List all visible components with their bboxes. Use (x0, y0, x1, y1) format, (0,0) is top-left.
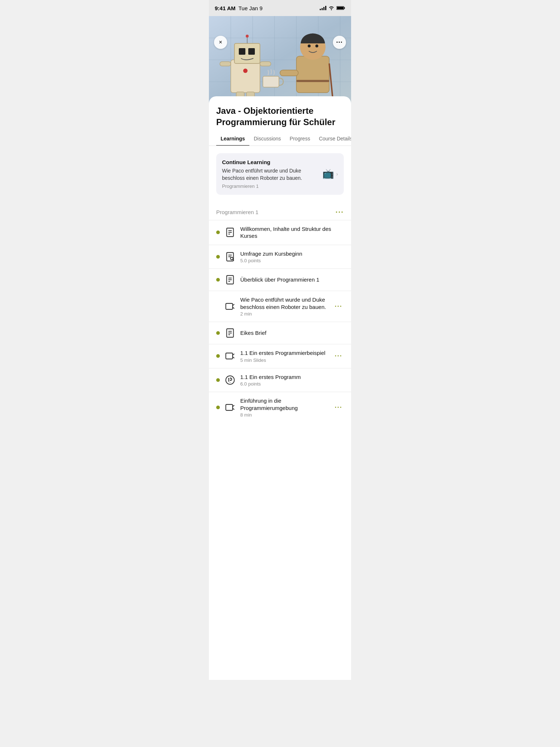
continue-learning-card[interactable]: Continue Learning Wie Paco entführt wurd… (216, 153, 344, 194)
svg-rect-2 (337, 7, 343, 9)
lesson-content: Umfrage zum Kursbeginn5.0 points (240, 250, 344, 264)
svg-rect-46 (226, 303, 233, 309)
continue-card-section: Programmieren 1 (222, 183, 318, 189)
lesson-item[interactable]: Überblick über Programmieren 1 (209, 268, 351, 291)
svg-rect-31 (296, 80, 329, 82)
continue-card-lesson: Wie Paco entführt wurde und Duke beschlo… (222, 167, 318, 182)
svg-rect-56 (226, 405, 233, 410)
lesson-status-dot (216, 278, 220, 282)
lesson-item[interactable]: 1.1 Ein erstes Programmierbeispiel5 min … (209, 344, 351, 368)
lesson-name: Eikes Brief (240, 329, 344, 337)
svg-point-40 (230, 257, 233, 260)
hero-illustration (209, 16, 351, 104)
lesson-name: Einführung in die Programmierumgebung (240, 397, 329, 411)
hero-image: × ··· (209, 16, 351, 104)
tab-progress[interactable]: Progress (285, 132, 315, 146)
video-icon: 📺 (322, 168, 334, 179)
lesson-name: 1.1 Ein erstes Programm (240, 374, 344, 381)
lesson-video-icon (224, 402, 236, 413)
continue-card-content: Continue Learning Wie Paco entführt wurd… (222, 159, 318, 189)
lesson-status-dot (216, 305, 220, 308)
svg-point-23 (243, 69, 248, 73)
lesson-name: 1.1 Ein erstes Programmierbeispiel (240, 349, 329, 357)
tab-course-details[interactable]: Course Details (315, 132, 351, 146)
lesson-content: Wie Paco entführt wurde und Duke beschlo… (240, 296, 329, 317)
lesson-item[interactable]: Umfrage zum Kursbeginn5.0 points (209, 245, 351, 269)
svg-rect-19 (220, 62, 231, 66)
svg-rect-20 (260, 62, 271, 66)
lesson-document-icon (224, 274, 236, 286)
lesson-item[interactable]: Eikes Brief (209, 322, 351, 344)
signal-bar-1 (320, 9, 321, 10)
signal-bars (320, 6, 326, 10)
lesson-status-dot (216, 231, 220, 234)
tab-learnings[interactable]: Learnings (216, 132, 249, 146)
lesson-name: Wie Paco entführt wurde und Duke beschlo… (240, 296, 329, 310)
lesson-meta: 2 min (240, 311, 329, 317)
lesson-video-icon (224, 301, 236, 312)
status-time: 9:41 AM (215, 5, 236, 11)
course-title: Java - Objektorientierte Programmierung … (209, 96, 351, 132)
lesson-content: Überblick über Programmieren 1 (240, 276, 344, 283)
battery-icon (337, 6, 345, 10)
close-button[interactable]: × (214, 36, 227, 49)
lesson-meta: 6.0 points (240, 381, 344, 387)
tabs-container: LearningsDiscussionsProgressCourse Detai… (209, 132, 351, 146)
lesson-meta: 8 min (240, 412, 329, 418)
lesson-quiz-icon (224, 374, 236, 386)
lesson-document-icon (224, 327, 236, 339)
svg-rect-15 (239, 48, 245, 55)
lessons-list: Willkommen, Inhalte und Struktur des Kur… (209, 220, 351, 423)
lesson-video-icon (224, 350, 236, 362)
continue-card-action[interactable]: 📺 › (322, 168, 338, 179)
svg-rect-51 (226, 353, 233, 359)
status-icons (320, 6, 345, 10)
svg-point-28 (308, 44, 311, 47)
lesson-status-dot (216, 255, 220, 259)
close-icon: × (219, 39, 222, 46)
lesson-document-icon (224, 227, 236, 238)
lesson-item[interactable]: Willkommen, Inhalte und Struktur des Kur… (209, 220, 351, 245)
svg-rect-1 (344, 7, 345, 8)
lesson-status-dot (216, 406, 220, 409)
lesson-survey-icon (224, 251, 236, 263)
more-button[interactable]: ··· (333, 36, 346, 49)
signal-bar-2 (322, 8, 323, 10)
lesson-item[interactable]: Wie Paco entführt wurde und Duke beschlo… (209, 291, 351, 322)
wifi-icon (328, 6, 334, 10)
lesson-options-button[interactable]: ··· (333, 402, 344, 413)
lesson-status-dot (216, 378, 220, 382)
lesson-name: Überblick über Programmieren 1 (240, 276, 344, 283)
lesson-content: Einführung in die Programmierumgebung8 m… (240, 397, 329, 418)
section-title: Programmieren 1 (216, 209, 258, 215)
section-more-button[interactable]: ··· (335, 208, 344, 216)
continue-card-title: Continue Learning (222, 159, 318, 165)
lesson-content: Eikes Brief (240, 329, 344, 337)
lesson-item[interactable]: 1.1 Ein erstes Programm6.0 points (209, 368, 351, 392)
chevron-right-icon: › (336, 171, 338, 177)
signal-bar-3 (323, 7, 324, 10)
more-icon: ··· (336, 39, 343, 46)
svg-rect-25 (263, 76, 279, 87)
svg-rect-13 (231, 60, 260, 93)
tab-discussions[interactable]: Discussions (249, 132, 285, 146)
svg-rect-26 (296, 56, 329, 93)
lesson-options-button[interactable]: ··· (333, 351, 344, 361)
lesson-options-button[interactable]: ··· (333, 301, 344, 312)
lesson-meta: 5.0 points (240, 258, 344, 263)
lesson-meta: 5 min Slides (240, 357, 329, 363)
svg-rect-16 (248, 48, 255, 55)
svg-rect-30 (280, 70, 298, 76)
lesson-content: 1.1 Ein erstes Programm6.0 points (240, 374, 344, 387)
content-area: Java - Objektorientierte Programmierung … (209, 96, 351, 680)
lesson-status-dot (216, 354, 220, 358)
svg-point-29 (315, 44, 318, 47)
status-date: Tue Jan 9 (238, 5, 262, 11)
lesson-item[interactable]: Einführung in die Programmierumgebung8 m… (209, 392, 351, 423)
lesson-status-dot (216, 331, 220, 335)
status-bar: 9:41 AM Tue Jan 9 (209, 0, 351, 16)
lesson-name: Willkommen, Inhalte und Struktur des Kur… (240, 225, 344, 240)
lesson-content: Willkommen, Inhalte und Struktur des Kur… (240, 225, 344, 240)
svg-point-18 (246, 35, 249, 38)
signal-bar-4 (325, 6, 326, 10)
